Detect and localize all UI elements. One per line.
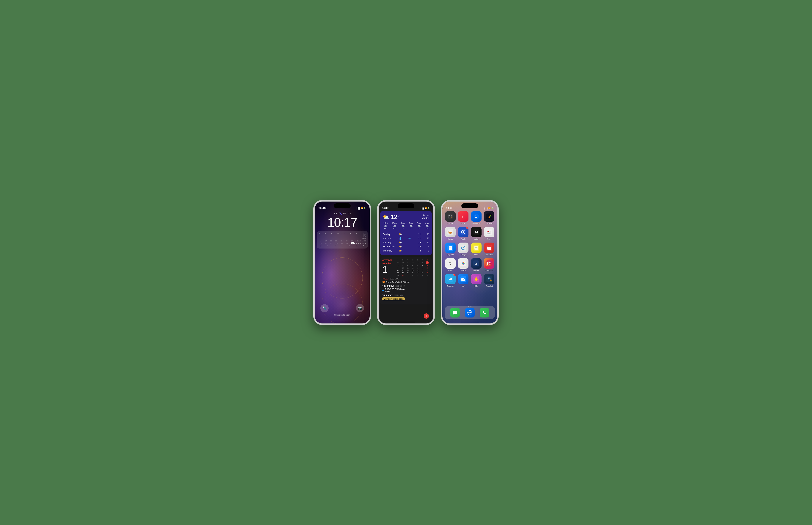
app-things-label: Things bbox=[461, 254, 466, 256]
weather-temp: 12° bbox=[391, 213, 400, 220]
app-fantastical-icon bbox=[484, 242, 494, 253]
flashlight-icon: 🔦 bbox=[323, 306, 327, 310]
battery-icon-3: 🔋 bbox=[491, 207, 493, 209]
svg-rect-35 bbox=[474, 246, 478, 250]
svg-rect-2 bbox=[451, 214, 452, 216]
app-1password-wrapper[interactable]: 1 1Password bbox=[471, 211, 482, 224]
home-indicator-1[interactable] bbox=[333, 321, 352, 322]
svg-text:G: G bbox=[448, 261, 451, 266]
flashlight-button[interactable]: 🔦 bbox=[320, 304, 329, 312]
cal-event-thursday: THURSDAY 2022-10-06 Compost (green cart) bbox=[382, 295, 430, 301]
app-apollo-icon: 7 bbox=[458, 227, 469, 237]
app-mail-icon bbox=[458, 274, 469, 284]
app-hey-wrapper[interactable]: ✋ HEY bbox=[471, 274, 482, 287]
app-news-icon bbox=[484, 227, 494, 237]
app-fantastical-label: Fantastical bbox=[485, 254, 493, 256]
svg-rect-3 bbox=[448, 216, 449, 217]
svg-rect-57 bbox=[486, 260, 492, 266]
svg-rect-37 bbox=[475, 247, 477, 248]
apollo-badge: 7 bbox=[466, 227, 469, 229]
app-instagram-icon bbox=[484, 258, 494, 269]
app-unread-icon bbox=[445, 227, 456, 237]
svg-text:♪: ♪ bbox=[461, 214, 463, 219]
app-lightroom-wrapper[interactable]: Lr Lightroom bbox=[471, 258, 482, 271]
app-tweetbot-wrapper[interactable]: ! Tweetbot bbox=[484, 274, 495, 287]
app-mail-wrapper[interactable]: Mail bbox=[458, 274, 469, 287]
telegram-badge: 1 bbox=[453, 274, 456, 276]
wifi-icon-2: 📶 bbox=[425, 207, 427, 209]
app-grid: Calcbot ♪ Music 1 1Password 🥕 bbox=[445, 211, 495, 287]
app-carrot-label: CARROT bbox=[486, 222, 493, 224]
weather-widget[interactable]: ⛅ 12° 15↑ 8↓ Morden 11 PM☁️11° 12 AM☁️11… bbox=[380, 211, 432, 255]
svg-rect-30 bbox=[449, 247, 451, 247]
app-lightroom-icon: Lr bbox=[471, 258, 482, 269]
app-unread-wrapper[interactable]: Unread bbox=[445, 227, 456, 240]
app-telegram-label: Telegram bbox=[447, 285, 454, 287]
app-dayone-wrapper[interactable]: Day One bbox=[445, 242, 456, 256]
app-notes-wrapper[interactable]: Notes bbox=[471, 242, 482, 256]
app-carrot-wrapper[interactable]: 🥕 CARROT bbox=[484, 211, 495, 224]
lock-cal-row2: 25 26 27 28 29 30 1 ☁ ☁ ☁ ☁ ☁ bbox=[319, 242, 366, 245]
app-calcbot-wrapper[interactable]: Calcbot bbox=[445, 211, 456, 224]
app-news-wrapper[interactable]: News bbox=[484, 227, 495, 240]
app-notes-icon bbox=[471, 242, 482, 253]
svg-rect-8 bbox=[451, 217, 452, 218]
cal-day-header: S M T W T F S bbox=[396, 259, 430, 261]
orb-bottom bbox=[322, 284, 363, 324]
app-matter-wrapper[interactable]: M Matter bbox=[471, 227, 482, 240]
app-fantastical-wrapper[interactable]: Fantastical bbox=[484, 242, 495, 256]
app-music-wrapper[interactable]: ♪ Music bbox=[458, 211, 469, 224]
svg-rect-25 bbox=[487, 232, 491, 233]
dock-safari-wrapper[interactable] bbox=[465, 308, 475, 317]
lock-calendar: S M T W T F S 10P 11P 12A 1A 2A 18 19 20… bbox=[317, 231, 368, 249]
status-icons-2: ▐▐▐ 📶 🔋 bbox=[420, 207, 430, 209]
svg-point-60 bbox=[490, 262, 491, 263]
wifi-icon-1: 📶 bbox=[361, 207, 363, 209]
svg-rect-4 bbox=[449, 216, 451, 217]
app-notes-label: Notes bbox=[474, 254, 478, 256]
dock bbox=[445, 306, 495, 319]
mjhl-dot bbox=[382, 289, 384, 291]
cal-event-birthday: 🎁 Tanya Fehr's 30th Birthday bbox=[382, 280, 430, 284]
app-apollo-label: Apollo bbox=[461, 238, 466, 240]
svg-rect-75 bbox=[453, 311, 457, 314]
signal-icon-1: ▐▐▐ bbox=[356, 207, 360, 209]
dock-safari-icon bbox=[465, 308, 475, 317]
app-tweetbot-icon: ! bbox=[484, 274, 494, 284]
cal-add-button[interactable]: + bbox=[424, 313, 429, 319]
camera-icon: 📷 bbox=[358, 306, 362, 310]
weather-wednesday: Wednesday 🌤️ 16 4 bbox=[383, 245, 429, 249]
lock-actions: 🔦 📷 bbox=[315, 304, 370, 312]
svg-point-19 bbox=[462, 231, 464, 233]
svg-text:Lr: Lr bbox=[475, 262, 477, 265]
status-icons-3: ▐▐▐ 📶 🔋 bbox=[484, 207, 493, 209]
app-glass-wrapper[interactable]: G Glass bbox=[445, 258, 456, 271]
app-telegram-icon: 1 bbox=[445, 274, 456, 284]
svg-rect-42 bbox=[487, 247, 491, 247]
lock-time: 10:17 bbox=[315, 215, 370, 229]
time-2: 10:17 bbox=[382, 207, 388, 209]
camera-button[interactable]: 📷 bbox=[356, 304, 364, 312]
svg-text:M: M bbox=[475, 230, 478, 234]
signal-icon-2: ▐▐▐ bbox=[420, 208, 424, 209]
app-glass-label: Glass bbox=[448, 269, 453, 271]
app-things-wrapper[interactable]: Things bbox=[458, 242, 469, 256]
app-lightroom-label: Lightroom bbox=[473, 269, 480, 271]
home-indicator-2[interactable] bbox=[397, 321, 415, 322]
app-photos-wrapper[interactable]: Photos bbox=[458, 258, 469, 271]
weather-hours: 11 PM☁️11° 12 AM☁️11° 1 AM☁️12° 2 AM☁️11… bbox=[383, 222, 429, 229]
svg-rect-31 bbox=[449, 248, 451, 248]
dock-phone-wrapper[interactable] bbox=[480, 308, 489, 317]
app-carrot-icon: 🥕 bbox=[484, 211, 494, 222]
app-apollo-wrapper[interactable]: 7 Apollo bbox=[458, 227, 469, 240]
widget-container: ⛅ 12° 15↑ 8↓ Morden 11 PM☁️11° 12 AM☁️11… bbox=[380, 211, 432, 321]
svg-rect-5 bbox=[451, 216, 452, 217]
app-unread-label: Unread bbox=[447, 238, 453, 240]
home-indicator-3[interactable] bbox=[460, 321, 479, 322]
app-dayone-icon bbox=[445, 242, 456, 253]
app-telegram-wrapper[interactable]: 1 Telegram bbox=[445, 274, 456, 287]
calendar-widget[interactable]: OCTOBER Saturday 1 S M T W T F bbox=[380, 257, 432, 304]
app-instagram-wrapper[interactable]: Instagram bbox=[484, 258, 495, 271]
dock-messages-wrapper[interactable] bbox=[450, 308, 460, 317]
app-things-icon bbox=[458, 242, 469, 253]
